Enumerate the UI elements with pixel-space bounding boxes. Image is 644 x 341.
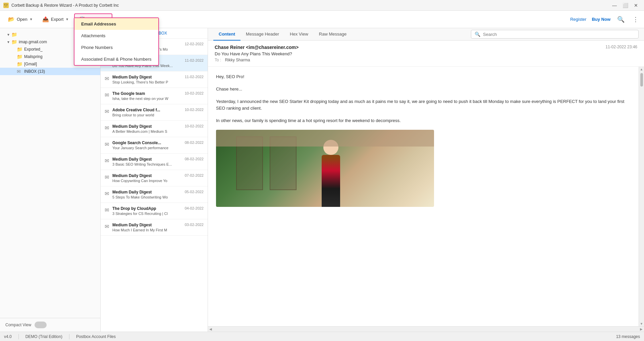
inbox-label: INBOX (13): [24, 69, 45, 74]
close-button[interactable]: ✕: [631, 1, 641, 10]
app-title: Corbett Backup & Restore Wizard - A Prod…: [11, 3, 119, 8]
email-item-5[interactable]: ✉ Medium Daily Digest A Better Medium.co…: [101, 121, 208, 137]
menu-toolbar-button[interactable]: ⋮: [631, 14, 640, 24]
email-to-label: To :: [215, 58, 221, 62]
status-bar: v4.0 DEMO (Trial Edition) Postbox Accoun…: [0, 332, 644, 341]
email-info-4: Adobe Creative Cloud f... Bring colour t…: [112, 108, 181, 117]
email-from: Chase Reiner <im@chasereiner.com>: [215, 45, 299, 50]
email-item-6[interactable]: ✉ Google Search Console... Your January …: [101, 137, 208, 154]
search-container: 🔍: [471, 30, 639, 39]
tab-hex-view[interactable]: Hex View: [284, 28, 314, 41]
email-date-11: 03-02-2022: [185, 223, 204, 227]
email-envelope-icon-6: ✉: [105, 141, 109, 148]
email-date-4: 10-02-2022: [185, 108, 204, 112]
scrollbar[interactable]: ▲ ▼: [639, 67, 644, 326]
email-envelope-icon-10: ✉: [105, 207, 109, 213]
email-item-11[interactable]: ✉ Medium Daily Digest How Much I Earned …: [101, 219, 208, 236]
attachments-menu-item[interactable]: Attachments: [74, 30, 158, 42]
email-subject-4: Bring colour to your world: [112, 113, 181, 117]
tree-arrow-root: ▼: [7, 33, 11, 37]
email-info-3: The Google team Isha, take the next step…: [112, 91, 181, 101]
tab-raw-message[interactable]: Raw Message: [314, 28, 352, 41]
email-to-line: To : Rikky Sharma: [215, 58, 299, 62]
message-count-label: 13 messages: [616, 334, 640, 339]
email-date-1: 11-02-2022: [185, 58, 204, 62]
compact-view-label: Compact View: [5, 323, 31, 327]
email-date-3: 10-02-2022: [185, 91, 204, 95]
email-sender-3: The Google team: [112, 91, 181, 96]
email-timestamp: 11-02-2022 23:46: [605, 45, 637, 49]
gmail-label: [Gmail]: [24, 62, 37, 66]
email-sender-7: Medium Daily Digest: [112, 157, 181, 162]
email-info-6: Google Search Console... Your January Se…: [112, 140, 181, 150]
horizontal-scrollbar[interactable]: ◀ ▶: [208, 326, 644, 332]
tabs-search-row: Content Message Header Hex View Raw Mess…: [208, 28, 644, 41]
compact-view-toggle[interactable]: [35, 322, 47, 328]
email-item-7[interactable]: ✉ Medium Daily Digest 3 Basic SEO Writin…: [101, 154, 208, 170]
email-date-0: 12-02-2022: [185, 42, 204, 46]
tab-message-header[interactable]: Message Header: [240, 28, 284, 41]
email-info-2: Medium Daily Digest Stop Looking, There'…: [112, 75, 181, 84]
inbox-icon: ✉: [17, 69, 23, 74]
email-date-10: 04-02-2022: [185, 206, 204, 210]
sidebar-item-inbox[interactable]: ✉ INBOX (13): [0, 68, 100, 75]
email-subject-5: A Better Medium.com | Medium S: [112, 129, 181, 133]
search-toolbar-button[interactable]: 🔍: [616, 14, 626, 24]
minimize-button[interactable]: —: [610, 1, 619, 10]
sidebar-bottom: Compact View: [0, 318, 100, 332]
email-subject-display: Do You Have Any Plans This Weekend?: [215, 51, 299, 56]
email-item-4[interactable]: ✉ Adobe Creative Cloud f... Bring colour…: [101, 104, 208, 121]
email-envelope-icon-7: ✉: [105, 158, 109, 164]
email-item-10[interactable]: ✉ The Drop by CloudApp 3 Strategies for …: [101, 203, 208, 219]
email-subject-9: 5 Steps To Make Ghostwriting Wo: [112, 195, 181, 199]
email-date-5: 10-02-2022: [185, 124, 204, 128]
app-icon: 🛡: [3, 3, 9, 8]
body-line-1: Hey, SEO Pro!: [216, 73, 631, 80]
email-date-7: 08-02-2022: [185, 157, 204, 161]
email-sender-6: Google Search Console...: [112, 140, 181, 145]
email-envelope-icon-11: ✉: [105, 223, 109, 230]
email-item-9[interactable]: ✉ Medium Daily Digest 5 Steps To Make Gh…: [101, 186, 208, 203]
search-input-wrap: 🔍: [471, 30, 639, 39]
email-item-3[interactable]: ✉ The Google team Isha, take the next st…: [101, 88, 208, 104]
toolbar-right: Register Buy Now 🔍 ⋮: [570, 14, 640, 24]
maximize-button[interactable]: ⬜: [621, 1, 630, 10]
email-addresses-menu-item[interactable]: Email Addresses: [74, 18, 158, 30]
imap-label: imap.gmail.com: [19, 40, 47, 44]
edition-label: DEMO (Trial Edition): [25, 334, 62, 339]
search-icon: 🔍: [475, 32, 480, 37]
email-info-9: Medium Daily Digest 5 Steps To Make Ghos…: [112, 190, 181, 199]
search-input[interactable]: [483, 32, 635, 37]
export-button[interactable]: 📤 Export ▼: [38, 14, 73, 24]
email-sender-4: Adobe Creative Cloud f...: [112, 108, 181, 112]
body-line-4: In other news, our family is spending ti…: [216, 117, 631, 124]
email-subject-11: How Much I Earned In My First M: [112, 228, 181, 232]
email-sender-8: Medium Daily Digest: [112, 173, 181, 178]
mailspring-folder-icon: 📁: [17, 54, 23, 59]
open-dropdown-arrow: ▼: [30, 17, 33, 21]
imap-folder-icon: 📁: [11, 39, 17, 45]
email-info-7: Medium Daily Digest 3 Basic SEO Writing …: [112, 157, 181, 166]
body-line-3: Yesterday, I announced the new SEO Start…: [216, 98, 631, 112]
email-sender-10: The Drop by CloudApp: [112, 206, 181, 211]
register-link[interactable]: Register: [570, 17, 586, 22]
content-tabs: Content Message Header Hex View Raw Mess…: [208, 28, 471, 40]
email-envelope-icon-3: ✉: [105, 92, 109, 98]
open-button[interactable]: 📂 Open ▼: [4, 14, 37, 24]
buy-now-link[interactable]: Buy Now: [592, 17, 610, 22]
email-subject-7: 3 Basic SEO Writing Techniques E...: [112, 162, 181, 166]
email-item-8[interactable]: ✉ Medium Daily Digest How Copywriting Ca…: [101, 170, 208, 186]
tab-content[interactable]: Content: [213, 28, 240, 41]
title-bar: 🛡 Corbett Backup & Restore Wizard - A Pr…: [0, 0, 644, 11]
associated-email-phone-menu-item[interactable]: Associated Email & Phone Numbers: [74, 53, 158, 65]
window-controls[interactable]: — ⬜ ✕: [610, 1, 641, 10]
email-envelope-icon-9: ✉: [105, 190, 109, 197]
email-list-items: ✉ Medium Daily Digest Eighteen of Jordan…: [101, 39, 208, 332]
email-subject-8: How Copywriting Can Improve Yo: [112, 179, 181, 183]
export-label: Export: [51, 17, 64, 22]
phone-numbers-menu-item[interactable]: Phone Numbers: [74, 42, 158, 53]
email-info-5: Medium Daily Digest A Better Medium.com …: [112, 124, 181, 133]
email-image: [216, 130, 434, 207]
email-item-2[interactable]: ✉ Medium Daily Digest Stop Looking, Ther…: [101, 71, 208, 88]
email-info-10: The Drop by CloudApp 3 Strategies for CS…: [112, 206, 181, 216]
